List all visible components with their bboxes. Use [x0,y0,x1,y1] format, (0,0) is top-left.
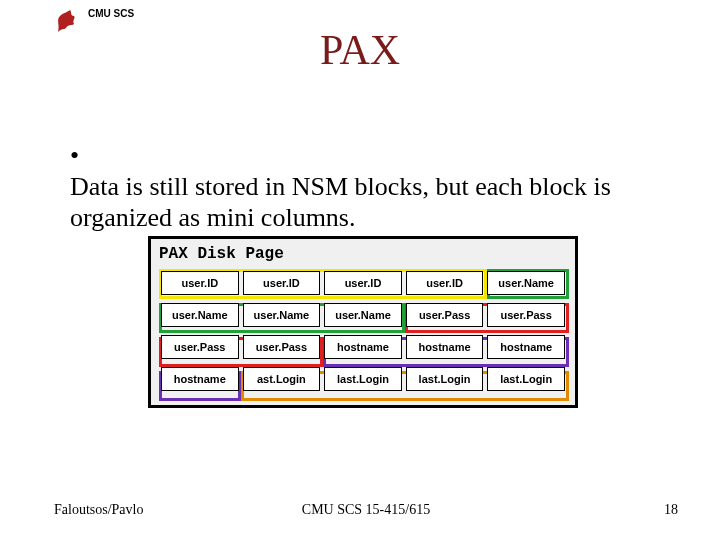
table-cell: user.Pass [406,303,484,327]
table-cell: user.ID [161,271,239,295]
table-row: hostnameast.Loginlast.Loginlast.Loginlas… [159,363,567,395]
table-cell: user.Name [243,303,321,327]
table-cell: user.ID [406,271,484,295]
pax-disk-page-box: PAX Disk Page user.IDuser.IDuser.IDuser.… [148,236,578,408]
table-cell: user.ID [243,271,321,295]
table-row: user.IDuser.IDuser.IDuser.IDuser.Name [159,267,567,299]
pax-grid: user.IDuser.IDuser.IDuser.IDuser.Nameuse… [159,267,567,395]
table-cell: user.Pass [243,335,321,359]
table-cell: user.ID [324,271,402,295]
table-cell: user.Name [487,271,565,295]
org-label: CMU SCS [88,8,134,19]
bullet-text: Data is still stored in NSM blocks, but … [70,171,638,233]
bullet-item: • Data is still stored in NSM blocks, bu… [70,140,660,234]
table-cell: last.Login [406,367,484,391]
table-cell: user.Name [324,303,402,327]
slide-footer: Faloutsos/Pavlo CMU SCS 15-415/615 18 [54,502,678,518]
table-cell: user.Name [161,303,239,327]
table-cell: hostname [406,335,484,359]
slide-title: PAX [0,26,720,74]
table-cell: last.Login [324,367,402,391]
table-cell: user.Pass [487,303,565,327]
pax-box-title: PAX Disk Page [159,245,567,263]
footer-center: CMU SCS 15-415/615 [54,502,678,518]
bullet-dot: • [70,140,88,171]
table-cell: hostname [161,367,239,391]
table-cell: hostname [324,335,402,359]
table-cell: last.Login [487,367,565,391]
table-row: user.Passuser.Passhostnamehostnamehostna… [159,331,567,363]
table-cell: ast.Login [243,367,321,391]
table-row: user.Nameuser.Nameuser.Nameuser.Passuser… [159,299,567,331]
table-cell: hostname [487,335,565,359]
table-cell: user.Pass [161,335,239,359]
